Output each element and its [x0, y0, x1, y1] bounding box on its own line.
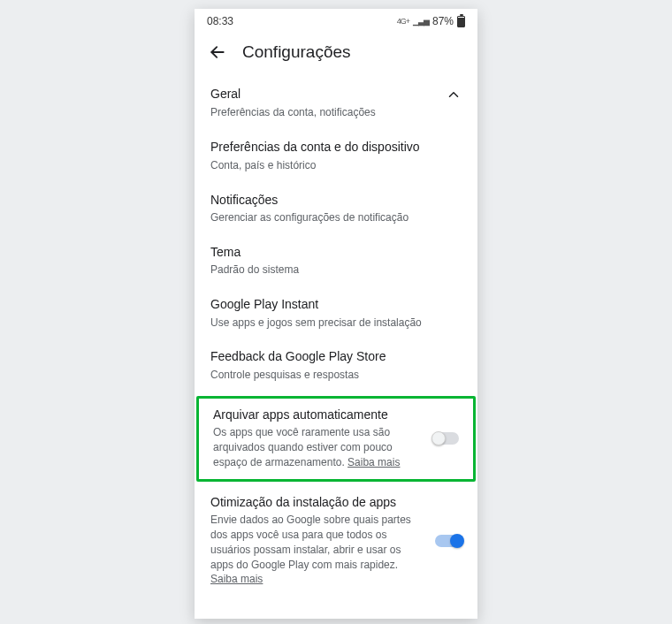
item-auto-archive[interactable]: Arquivar apps automaticamente Os apps qu…: [199, 399, 473, 479]
item-install-optimization[interactable]: Otimização da instalação de apps Envie d…: [195, 485, 477, 597]
settings-content: Geral Preferências da conta, notificaçõe…: [195, 72, 477, 597]
toggle-knob: [431, 431, 446, 445]
auto-archive-toggle[interactable]: [432, 432, 459, 445]
item-theme-title: Tema: [210, 245, 453, 261]
phone-screen: 08:33 4G+ ▁▃▅ 87% Configurações Geral Pr…: [195, 9, 477, 619]
item-account-prefs[interactable]: Preferências da conta e do dispositivo C…: [195, 130, 477, 182]
back-arrow-icon[interactable]: [209, 43, 226, 61]
item-install-optimization-subtitle: Envie dados ao Google sobre quais partes…: [210, 513, 426, 587]
item-play-instant[interactable]: Google Play Instant Use apps e jogos sem…: [195, 287, 477, 339]
item-notifications-title: Notificações: [210, 193, 453, 209]
item-notifications-subtitle: Gerenciar as configurações de notificaçã…: [210, 210, 453, 225]
battery-icon: [457, 16, 465, 27]
section-general[interactable]: Geral Preferências da conta, notificaçõe…: [195, 76, 477, 130]
item-auto-archive-title: Arquivar apps automaticamente: [213, 407, 424, 423]
item-account-prefs-subtitle: Conta, país e histórico: [210, 158, 453, 173]
item-feedback-title: Feedback da Google Play Store: [210, 349, 453, 365]
item-install-optimization-subtitle-text: Envie dados ao Google sobre quais partes…: [210, 514, 411, 570]
highlight-auto-archive: Arquivar apps automaticamente Os apps qu…: [196, 396, 476, 482]
item-notifications[interactable]: Notificações Gerenciar as configurações …: [195, 183, 477, 235]
section-general-subtitle: Preferências da conta, notificações: [210, 105, 439, 120]
item-install-optimization-title: Otimização da instalação de apps: [210, 495, 426, 511]
item-feedback-subtitle: Controle pesquisas e respostas: [210, 368, 453, 383]
status-right: 4G+ ▁▃▅ 87%: [397, 15, 465, 27]
item-play-instant-subtitle: Use apps e jogos sem precisar de instala…: [210, 316, 453, 331]
status-time: 08:33: [207, 15, 233, 27]
item-feedback[interactable]: Feedback da Google Play Store Controle p…: [195, 339, 477, 392]
auto-archive-learn-more-link[interactable]: Saiba mais: [347, 456, 400, 468]
app-bar: Configurações: [195, 34, 477, 72]
item-theme[interactable]: Tema Padrão do sistema: [195, 235, 477, 287]
network-indicator-icon: 4G+: [397, 17, 409, 26]
toggle-knob: [450, 534, 464, 548]
section-general-title: Geral: [210, 87, 439, 103]
signal-icon: ▁▃▅: [413, 17, 429, 26]
item-play-instant-title: Google Play Instant: [210, 297, 453, 313]
item-theme-subtitle: Padrão do sistema: [210, 263, 453, 278]
install-optimization-toggle[interactable]: [435, 535, 462, 547]
battery-percent: 87%: [432, 15, 454, 27]
chevron-up-icon: [446, 87, 462, 103]
install-optimization-learn-more-link[interactable]: Saiba mais: [210, 573, 263, 585]
status-bar: 08:33 4G+ ▁▃▅ 87%: [195, 9, 477, 34]
page-title: Configurações: [242, 42, 351, 62]
item-account-prefs-title: Preferências da conta e do dispositivo: [210, 140, 453, 156]
item-auto-archive-subtitle: Os apps que você raramente usa são arqui…: [213, 425, 424, 469]
